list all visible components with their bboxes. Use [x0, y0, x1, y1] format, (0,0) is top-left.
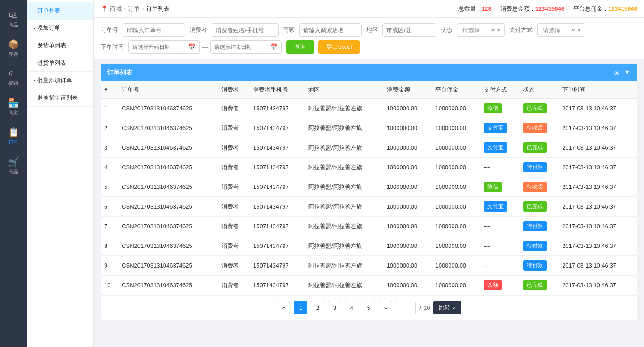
sidebar-item-goods-label: 商品 [8, 21, 18, 28]
page-header: 📍 商城 › 订单 › 订单列表 总数量：128 消费总金额：123415646… [94, 0, 644, 18]
cell-commission: 1000000.00 [432, 256, 480, 276]
payment-select-wrap[interactable]: 请选择 ▼ [537, 23, 585, 37]
sidebar2-item-purchase-list[interactable]: - 进货单列表 [27, 54, 93, 72]
cell-commission: 1000000.00 [432, 197, 480, 217]
cell-region: 阿拉善盟/阿拉善左旗 [305, 177, 383, 197]
page-3-button[interactable]: 3 [328, 301, 341, 314]
store-icon: 📦 [8, 39, 19, 50]
page-2-button[interactable]: 2 [311, 301, 324, 314]
cell-time: 2017-03-13 10:46:37 [559, 118, 637, 138]
table-area: 订单列表 ⊗ ▼ # 订单号 消费者 消费者手机号 地区 消费金额 平台佣金 [94, 59, 644, 347]
cell-payment: 支付宝 [480, 138, 519, 158]
cell-index: 8 [101, 236, 118, 256]
cell-consumer: 消费者 [218, 236, 250, 256]
consumer-input[interactable] [212, 23, 279, 37]
cell-status: 待收货 [520, 118, 559, 138]
chevron-down-icon[interactable]: ▼ [623, 68, 631, 77]
total-amount-stat: 消费总金额：123415646 [500, 5, 564, 13]
sidebar2-item-shipment-list[interactable]: - 发货单列表 [27, 37, 93, 54]
cell-index: 9 [101, 256, 118, 276]
start-date-input[interactable] [132, 44, 186, 50]
page-1-button[interactable]: 1 [294, 301, 307, 314]
table-row[interactable]: 9 CSN201703131046374625 消费者 15071434797 … [101, 256, 637, 276]
table-row[interactable]: 5 CSN201703131046374625 消费者 15071434797 … [101, 177, 637, 197]
table-row[interactable]: 10 CSN201703131046374625 消费者 15071434797… [101, 276, 637, 295]
cell-status: 待付款 [520, 217, 559, 236]
page-4-button[interactable]: 4 [345, 301, 358, 314]
order-no-input[interactable] [123, 23, 185, 37]
export-button[interactable]: 导出excel [318, 40, 360, 54]
sidebar-item-goods2-label: 商品 [8, 168, 18, 175]
col-phone: 消费者手机号 [250, 81, 305, 99]
sidebar-item-store[interactable]: 📦 库存 [0, 33, 27, 63]
goods-icon: 🛍 [9, 10, 18, 20]
sidebar-item-goods[interactable]: 🛍 商品 [0, 4, 27, 33]
table-row[interactable]: 7 CSN201703131046374625 消费者 15071434797 … [101, 217, 637, 236]
jump-button[interactable]: 跳转 » [433, 301, 461, 314]
breadcrumb-order-list: 订单列表 [146, 5, 169, 13]
start-calendar-icon[interactable]: 📅 [188, 43, 196, 50]
status-badge: 待付款 [523, 221, 547, 231]
cell-commission: 1000000.00 [432, 158, 480, 177]
table-row[interactable]: 3 CSN201703131046374625 消费者 15071434797 … [101, 138, 637, 158]
cell-time: 2017-03-13 10:46:37 [559, 256, 637, 276]
cell-status: 待付款 [520, 256, 559, 276]
region-input[interactable] [382, 23, 436, 37]
payment-badge: 余额 [484, 280, 502, 290]
col-order-no: 订单号 [118, 81, 218, 99]
cell-payment: --- [480, 256, 519, 276]
table-row[interactable]: 4 CSN201703131046374625 消费者 15071434797 … [101, 158, 637, 177]
total-count-stat: 总数量：128 [458, 5, 491, 13]
table-header-row: # 订单号 消费者 消费者手机号 地区 消费金额 平台佣金 支付方式 状态 下单… [101, 81, 637, 99]
payment-select[interactable]: 请选择 [541, 26, 577, 34]
cell-phone: 15071434797 [250, 118, 305, 138]
table-row[interactable]: 1 CSN201703131046374625 消费者 15071434797 … [101, 99, 637, 118]
cell-amount: 1000000.00 [383, 158, 432, 177]
table-row[interactable]: 2 CSN201703131046374625 消费者 15071434797 … [101, 118, 637, 138]
page-jump-input[interactable] [396, 301, 416, 314]
date-dash: — [202, 44, 208, 50]
status-badge: 待付款 [523, 162, 547, 172]
cell-phone: 15071434797 [250, 236, 305, 256]
sidebar2-item-order-list[interactable]: - 订单列表 [27, 2, 93, 20]
end-date-input[interactable] [214, 44, 268, 50]
cell-status: 待收货 [520, 177, 559, 197]
cell-payment: --- [480, 158, 519, 177]
merchant-input[interactable] [299, 23, 362, 37]
jump-label: 跳转 [439, 304, 450, 312]
end-calendar-icon[interactable]: 📅 [270, 43, 278, 50]
order-no-label: 订单号 [101, 26, 118, 34]
status-select-wrap[interactable]: 请选择 ▼ [457, 23, 505, 37]
cell-commission: 1000000.00 [432, 118, 480, 138]
payment-label: 支付方式 [509, 26, 533, 34]
sidebar-item-goods2[interactable]: 🛒 商品 [0, 151, 27, 180]
query-button[interactable]: 查询 [286, 40, 314, 54]
cell-time: 2017-03-13 10:46:37 [559, 138, 637, 158]
orders-table: # 订单号 消费者 消费者手机号 地区 消费金额 平台佣金 支付方式 状态 下单… [101, 81, 637, 295]
sidebar-item-promo[interactable]: 🏷 促销 [0, 63, 27, 92]
page-5-button[interactable]: 5 [362, 301, 375, 314]
slash: / [419, 305, 421, 311]
close-icon[interactable]: ⊗ [614, 68, 620, 77]
table-row[interactable]: 6 CSN201703131046374625 消费者 15071434797 … [101, 197, 637, 217]
sidebar-item-order[interactable]: 📋 订单 [0, 121, 27, 151]
status-select[interactable]: 请选择 [461, 26, 496, 34]
sidebar2-item-add-order[interactable]: - 添加订单 [27, 20, 93, 37]
region-label: 地区 [366, 26, 378, 34]
cell-phone: 15071434797 [250, 99, 305, 118]
consumer-label: 消费者 [190, 26, 207, 34]
next-page-button[interactable]: » [379, 301, 392, 314]
payment-badge: 支付宝 [484, 123, 507, 133]
cell-consumer: 消费者 [218, 217, 250, 236]
sidebar2-item-batch-add[interactable]: - 批量添加订单 [27, 72, 93, 89]
status-badge: 待收货 [523, 123, 547, 133]
cell-status: 已完成 [520, 276, 559, 295]
payment-none: --- [484, 242, 490, 249]
prev-page-button[interactable]: « [277, 301, 290, 314]
status-badge: 已完成 [523, 201, 547, 212]
sidebar-item-merchant[interactable]: 🏪 商家 [0, 92, 27, 121]
sidebar2-item-return-list[interactable]: - 退换货申请列表 [27, 89, 93, 107]
table-row[interactable]: 8 CSN201703131046374625 消费者 15071434797 … [101, 236, 637, 256]
status-label: 状态 [441, 26, 452, 34]
breadcrumb-sep2: › [142, 5, 144, 12]
